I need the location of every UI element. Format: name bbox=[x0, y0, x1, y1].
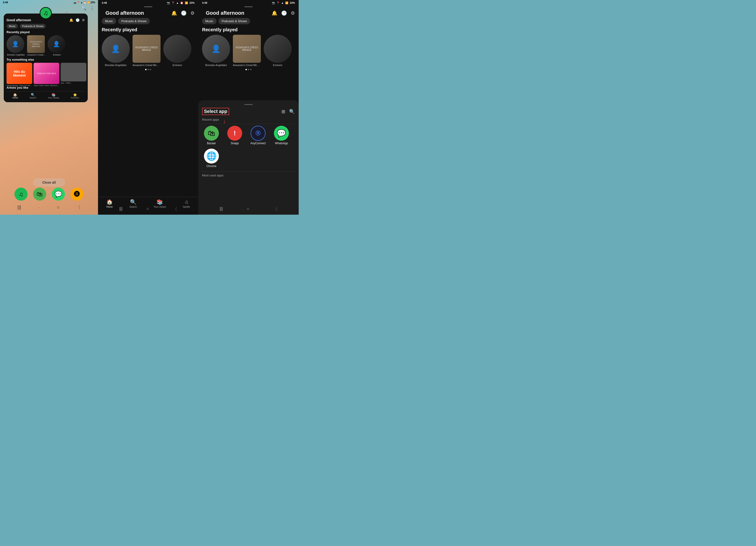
app-chrome[interactable]: 🌐 Chrome bbox=[202, 149, 221, 168]
premium-icon: ⭐ bbox=[71, 93, 79, 97]
sp-tabs-2: Music Podcasts & Shows bbox=[98, 18, 198, 27]
try-item-3[interactable]: Que... Elton... bbox=[61, 63, 86, 84]
panel3-select-app: 3:49 📷 📍 ▲ 📶 23% Good afternoon 🔔 🕐 ⚙ Mu… bbox=[198, 0, 299, 215]
filter-tabs: Music Podcasts & Shows bbox=[7, 24, 85, 28]
grid-icon[interactable]: ⊞ bbox=[281, 109, 285, 114]
card-icons: 🔔 🕐 ⚙ bbox=[69, 18, 85, 22]
sp-rp-name-31: Brendan Angelides bbox=[202, 64, 230, 67]
sheet-title-row: Select app ⊞ 🔍 bbox=[202, 108, 295, 115]
app-anyconnect[interactable]: ⦿ AnyConnect bbox=[249, 126, 267, 145]
home-btn-3[interactable]: ○ bbox=[247, 206, 249, 212]
dock-bazaar[interactable]: 🛍 bbox=[33, 188, 46, 201]
sp-tab-music-2[interactable]: Music bbox=[102, 18, 116, 24]
settings-icon[interactable]: ⚙ bbox=[82, 18, 85, 22]
nav-search[interactable]: 🔍 Search bbox=[30, 93, 36, 99]
recents-btn-2[interactable]: ||| bbox=[119, 206, 123, 212]
nav-home[interactable]: 🏠 Home bbox=[12, 93, 18, 99]
sp-tabs-3: Music Podcasts & Shows bbox=[198, 18, 299, 27]
sp-status-icons-3: 📷 📍 ▲ 📶 23% bbox=[272, 1, 295, 4]
red-arrow-indicator: ← bbox=[64, 9, 69, 15]
rp-item-2[interactable]: ASSASSIN'S CREED MIRAGE Assassin's Creed… bbox=[27, 35, 46, 56]
sp-status-icons-2: 📷 📍 ▲ ⏰ 📶 23% bbox=[167, 1, 195, 4]
panel1-homescreen: 3:49 📷 📍 ▲ ⏰ 📶 23% 🔍 ⋮ ♫ ← Good afternoo… bbox=[0, 0, 98, 215]
sp-rp-assassin-2[interactable]: ASSASSIN'S CREED MIRAGE Assassin's Creed… bbox=[133, 35, 161, 67]
rp-label-3: Eminem bbox=[48, 54, 66, 56]
home-btn[interactable]: ○ bbox=[57, 205, 60, 210]
search-icon-2: 🔍 bbox=[129, 199, 137, 205]
tab-music[interactable]: Music bbox=[7, 24, 18, 28]
home-btn-2[interactable]: ○ bbox=[147, 206, 149, 212]
bell-icon[interactable]: 🔔 bbox=[69, 18, 73, 22]
rp-label-2: Assassin's Creed Mirage (O... bbox=[27, 54, 46, 56]
sp-rp-brendan-3[interactable]: 👤 Brendan Angelides bbox=[202, 35, 230, 67]
sp-rp-name-3: Eminem bbox=[163, 64, 191, 67]
try-item-1[interactable]: Hits du Moment Olivia Rodrigo, Doja Cat,… bbox=[7, 63, 32, 84]
sp-status-3: 3:49 📷 📍 ▲ 📶 23% bbox=[198, 0, 299, 5]
sp-rp-assassin-3[interactable]: ASSASSIN'S CREED MIRAGE Assassin's Creed… bbox=[233, 35, 261, 67]
sp-rp-name-32: Assassin's Creed Mirage bbox=[233, 64, 261, 67]
more-icon-1[interactable]: ⋮ bbox=[90, 6, 94, 11]
sp-bell-icon-2[interactable]: 🔔 bbox=[171, 10, 177, 16]
sp-rp-brendan-2[interactable]: 👤 Brendan Angelides bbox=[102, 35, 130, 67]
sp-history-icon-3[interactable]: 🕐 bbox=[281, 10, 287, 16]
sp-handle-3 bbox=[244, 6, 253, 7]
system-nav-2: ||| ○ 〈 bbox=[98, 205, 198, 213]
select-app-sheet: Select app ⊞ 🔍 Recent apps ↓ 🛍 Bazaar ! … bbox=[198, 100, 299, 215]
app-snapp[interactable]: ! Snapp bbox=[225, 126, 244, 145]
recently-played-row: 👤 Brendan Angelides ASSASSIN'S CREED MIR… bbox=[7, 35, 85, 56]
sp-icons-2: 🔔 🕐 ⚙ bbox=[171, 10, 195, 16]
search-icon-sheet[interactable]: 🔍 bbox=[289, 109, 295, 114]
sp-bell-icon-3[interactable]: 🔔 bbox=[272, 10, 277, 16]
app-bazaar[interactable]: 🛍 Bazaar bbox=[202, 126, 221, 145]
recents-btn[interactable]: ||| bbox=[17, 205, 21, 210]
dock-arch[interactable]: 🅐 bbox=[70, 188, 84, 201]
dock-spotify[interactable]: ♫ bbox=[14, 188, 28, 201]
divider-recent bbox=[202, 124, 295, 124]
sp-tab-podcasts-3[interactable]: Podcasts & Shows bbox=[218, 18, 250, 24]
select-app-title: Select app bbox=[202, 108, 229, 115]
back-btn[interactable]: 〈 bbox=[76, 204, 80, 210]
sp-rp-eminem-3[interactable]: Eminem bbox=[264, 35, 292, 67]
sp-handle-2 bbox=[144, 6, 152, 7]
sheet-icons: ⊞ 🔍 bbox=[281, 109, 295, 114]
dock-whatsapp[interactable]: 💬 bbox=[52, 188, 65, 201]
whatsapp-label: WhatsApp bbox=[272, 142, 291, 145]
snapp-icon: ! bbox=[227, 126, 242, 141]
page-dots-2 bbox=[98, 69, 198, 70]
nav-premium[interactable]: ⭐ Premium bbox=[71, 93, 79, 99]
close-all-button[interactable]: Close all bbox=[33, 178, 65, 187]
try-item-2[interactable]: TODAY'S TOP HITS Taylor Swift, Drake, Ba… bbox=[34, 63, 59, 84]
try-row: Hits du Moment Olivia Rodrigo, Doja Cat,… bbox=[7, 63, 85, 84]
anyconnect-label: AnyConnect bbox=[249, 142, 267, 145]
sp-rp-eminem-2[interactable]: Eminem bbox=[163, 35, 191, 67]
back-btn-2[interactable]: 〈 bbox=[173, 206, 177, 212]
home-icon-2: 🏠 bbox=[106, 199, 113, 205]
bazaar-icon: 🛍 bbox=[204, 126, 219, 141]
status-icons-1: 📷 📍 ▲ ⏰ 📶 23% bbox=[73, 1, 95, 4]
rp-item-3[interactable]: 👤 Eminem bbox=[48, 35, 66, 56]
nav-library[interactable]: 📚 Your Library bbox=[48, 93, 59, 99]
rp-label-1: Brendan Angelides bbox=[7, 54, 25, 56]
sp-tab-podcasts-2[interactable]: Podcasts & Shows bbox=[118, 18, 150, 24]
app-grid-more: 🌐 Chrome bbox=[202, 149, 295, 168]
sp-tab-music-3[interactable]: Music bbox=[202, 18, 217, 24]
sp-settings-icon-3[interactable]: ⚙ bbox=[291, 10, 295, 16]
chrome-icon: 🌐 bbox=[204, 149, 219, 164]
recently-played-title: Recently played bbox=[7, 30, 85, 34]
back-btn-3[interactable]: 〈 bbox=[273, 206, 277, 212]
bazaar-label: Bazaar bbox=[202, 142, 221, 145]
snapp-label: Snapp bbox=[225, 142, 244, 145]
recents-btn-3[interactable]: ||| bbox=[220, 206, 223, 212]
spotify-app-card[interactable]: ♫ ← Good afternoon 🔔 🕐 ⚙ Music Podcasts … bbox=[4, 14, 88, 102]
sp-settings-icon-2[interactable]: ⚙ bbox=[190, 10, 195, 16]
rp-item-1[interactable]: 👤 Brendan Angelides bbox=[7, 35, 25, 56]
home-icon: 🏠 bbox=[12, 93, 18, 97]
sp-history-icon-2[interactable]: 🕐 bbox=[181, 10, 187, 16]
app-whatsapp[interactable]: 💬 WhatsApp bbox=[272, 126, 291, 145]
history-icon[interactable]: 🕐 bbox=[76, 18, 80, 22]
try-title: Try something else bbox=[7, 58, 85, 61]
tab-podcasts[interactable]: Podcasts & Shows bbox=[20, 24, 46, 28]
search-icon-1[interactable]: 🔍 bbox=[81, 6, 86, 11]
most-used-label: Most used apps bbox=[202, 174, 295, 177]
card-greeting: Good afternoon bbox=[7, 18, 31, 22]
